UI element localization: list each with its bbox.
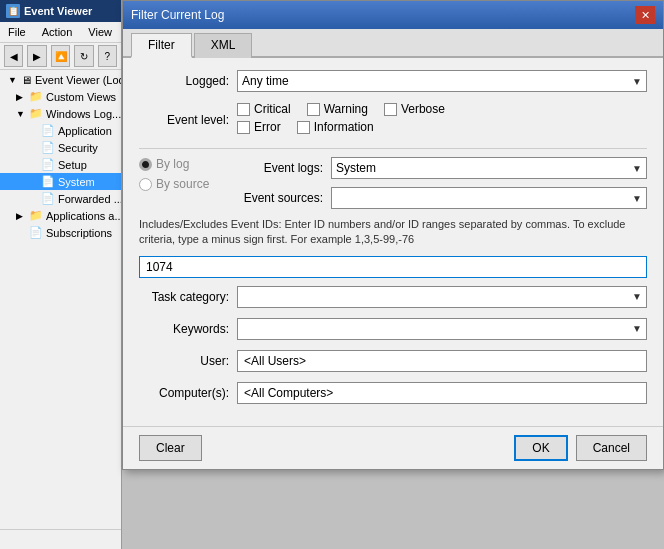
radio-by-log[interactable]: By log — [139, 157, 229, 171]
dialog-content: Logged: Any time ▼ Event level: Critical — [123, 58, 663, 426]
menu-action[interactable]: Action — [38, 24, 77, 40]
tree-item-application[interactable]: 📄 Application — [0, 122, 121, 139]
keywords-combo[interactable]: ▼ — [237, 318, 647, 340]
logged-value: Any time — [242, 74, 289, 88]
checkbox-information[interactable]: Information — [297, 120, 374, 134]
tree-item-setup[interactable]: 📄 Setup — [0, 156, 121, 173]
right-fields: Event logs: System ▼ Event sources: ▼ — [233, 157, 647, 209]
tab-filter[interactable]: Filter — [131, 33, 192, 58]
forward-button[interactable]: ▶ — [27, 45, 46, 67]
menu-bar: File Action View — [0, 22, 121, 43]
checkbox-label: Critical — [254, 102, 291, 116]
dialog-title-bar: Filter Current Log ✕ — [123, 1, 663, 29]
log-icon: 📄 — [41, 175, 55, 188]
log-source-section: By log By source Event logs: System ▼ — [139, 157, 647, 209]
checkbox-box[interactable] — [307, 103, 320, 116]
tree-label: Subscriptions — [46, 227, 112, 239]
tab-xml[interactable]: XML — [194, 33, 253, 58]
radio-label: By source — [156, 177, 209, 191]
radio-label: By log — [156, 157, 189, 171]
tree-item-subscriptions[interactable]: 📄 Subscriptions — [0, 224, 121, 241]
combo-arrow-icon: ▼ — [632, 163, 642, 174]
menu-view[interactable]: View — [84, 24, 116, 40]
user-row: User: — [139, 350, 647, 372]
folder-icon: 📁 — [29, 107, 43, 120]
checkbox-label: Error — [254, 120, 281, 134]
dialog-footer: Clear OK Cancel — [123, 426, 663, 469]
user-input[interactable] — [237, 350, 647, 372]
left-title-bar: 📋 Event Viewer — [0, 0, 121, 22]
expand-icon: ▼ — [8, 75, 18, 85]
checkbox-row-1: Critical Warning Verbose — [237, 102, 647, 116]
radio-circle[interactable] — [139, 178, 152, 191]
checkbox-warning[interactable]: Warning — [307, 102, 368, 116]
tree-item-root[interactable]: ▼ 🖥 Event Viewer (Loc... — [0, 72, 121, 88]
tree-item-forwarded[interactable]: 📄 Forwarded ... — [0, 190, 121, 207]
radio-by-source[interactable]: By source — [139, 177, 229, 191]
folder-icon: 📁 — [29, 90, 43, 103]
dialog-title-label: Filter Current Log — [131, 8, 224, 22]
checkbox-label: Warning — [324, 102, 368, 116]
log-icon: 📄 — [29, 226, 43, 239]
tree-label: Forwarded ... — [58, 193, 121, 205]
user-label: User: — [139, 354, 229, 368]
combo-arrow-icon: ▼ — [632, 291, 642, 302]
refresh-button[interactable]: ↻ — [74, 45, 93, 67]
checkbox-verbose[interactable]: Verbose — [384, 102, 445, 116]
computer-label: Computer(s): — [139, 386, 229, 400]
event-id-row — [139, 256, 647, 278]
folder-icon: 🖥 — [21, 74, 32, 86]
logged-row: Logged: Any time ▼ — [139, 70, 647, 92]
radio-circle[interactable] — [139, 158, 152, 171]
back-button[interactable]: ◀ — [4, 45, 23, 67]
filter-dialog: Filter Current Log ✕ Filter XML Logged: … — [122, 0, 664, 470]
clear-button[interactable]: Clear — [139, 435, 202, 461]
event-level-label: Event level: — [139, 113, 229, 127]
event-level-row: Event level: Critical Warning — [139, 102, 647, 138]
tree-item-windows-logs[interactable]: ▼ 📁 Windows Log... — [0, 105, 121, 122]
log-icon: 📄 — [41, 124, 55, 137]
up-button[interactable]: 🔼 — [51, 45, 70, 67]
event-sources-label: Event sources: — [233, 191, 323, 205]
expand-icon: ▶ — [16, 92, 26, 102]
checkbox-error[interactable]: Error — [237, 120, 281, 134]
expand-icon: ▶ — [16, 211, 26, 221]
event-id-input[interactable] — [139, 256, 647, 278]
checkbox-box[interactable] — [297, 121, 310, 134]
event-sources-row: Event sources: ▼ — [233, 187, 647, 209]
cancel-button[interactable]: Cancel — [576, 435, 647, 461]
tree-item-security[interactable]: 📄 Security — [0, 139, 121, 156]
menu-file[interactable]: File — [4, 24, 30, 40]
divider — [139, 148, 647, 149]
dialog-close-button[interactable]: ✕ — [635, 6, 655, 24]
checkbox-critical[interactable]: Critical — [237, 102, 291, 116]
tree-item-apps-services[interactable]: ▶ 📁 Applications a... — [0, 207, 121, 224]
description-text: Includes/Excludes Event IDs: Enter ID nu… — [139, 217, 647, 248]
checkbox-label: Information — [314, 120, 374, 134]
event-viewer-icon: 📋 — [6, 4, 20, 18]
dialog-title-text: Filter Current Log — [131, 8, 224, 22]
checkbox-box[interactable] — [237, 121, 250, 134]
event-logs-row: Event logs: System ▼ — [233, 157, 647, 179]
computer-input[interactable] — [237, 382, 647, 404]
log-icon: 📄 — [41, 192, 55, 205]
checkbox-box[interactable] — [237, 103, 250, 116]
tree-label: Setup — [58, 159, 87, 171]
event-logs-combo[interactable]: System ▼ — [331, 157, 647, 179]
logged-combo[interactable]: Any time ▼ — [237, 70, 647, 92]
tree-label: Application — [58, 125, 112, 137]
combo-arrow-icon: ▼ — [632, 323, 642, 334]
left-title-text: Event Viewer — [24, 5, 92, 17]
task-category-combo[interactable]: ▼ — [237, 286, 647, 308]
tree-label: Custom Views — [46, 91, 116, 103]
event-sources-combo[interactable]: ▼ — [331, 187, 647, 209]
task-category-row: Task category: ▼ — [139, 286, 647, 308]
dialog-tabs: Filter XML — [123, 29, 663, 58]
tree-item-custom-views[interactable]: ▶ 📁 Custom Views — [0, 88, 121, 105]
ok-button[interactable]: OK — [514, 435, 567, 461]
event-logs-value: System — [336, 161, 376, 175]
help-button[interactable]: ? — [98, 45, 117, 67]
checkbox-box[interactable] — [384, 103, 397, 116]
tree-item-system[interactable]: 📄 System — [0, 173, 121, 190]
checkbox-row-2: Error Information — [237, 120, 647, 134]
